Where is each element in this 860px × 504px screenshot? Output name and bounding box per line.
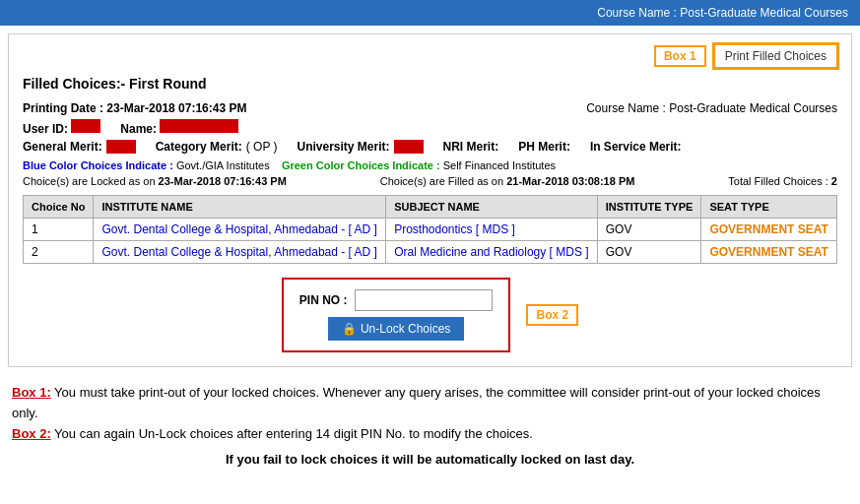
university-merit-label: University Merit: xyxy=(298,140,390,154)
pin-section: PIN NO : 🔒 Un-Lock Choices Box 2 xyxy=(23,278,837,352)
locked-filled-row: Choice(s) are Locked as on 23-Mar-2018 0… xyxy=(23,175,837,187)
col-choice-no: Choice No xyxy=(24,196,94,219)
total-choices-info: Total Filled Choices : 2 xyxy=(728,175,837,187)
university-merit: University Merit: xyxy=(298,140,424,154)
pin-input[interactable] xyxy=(355,289,493,311)
pin-group: PIN NO : 🔒 Un-Lock Choices xyxy=(282,278,511,352)
user-id-row: User ID: xyxy=(23,119,100,136)
cell-seat-type: GOVERNMENT SEAT xyxy=(701,241,837,264)
university-merit-value xyxy=(394,140,424,154)
lock-icon: 🔒 xyxy=(342,322,357,336)
course-name-info: Course Name : Post-Graduate Medical Cour… xyxy=(586,101,837,115)
name-row: Name: xyxy=(120,119,238,136)
green-legend-value: Self Financed Institutes xyxy=(443,159,556,171)
choices-filled-info: Choice(s) are Filled as on 21-Mar-2018 0… xyxy=(380,175,635,187)
main-panel: Box 1 Print Filled Choices Filled Choice… xyxy=(8,33,852,367)
box1-note: Box 1: You must take print-out of your l… xyxy=(12,383,848,424)
cell-subject-name: Prosthodontics [ MDS ] xyxy=(386,219,598,241)
green-legend-label: Green Color Choices Indicate : xyxy=(282,159,440,171)
choices-locked-label: Choice(s) are Locked as on xyxy=(23,175,156,187)
box2-label: Box 2 xyxy=(526,304,578,326)
cell-institute-name: Govt. Dental College & Hospital, Ahmedab… xyxy=(94,219,386,241)
category-merit-label: Category Merit: xyxy=(156,140,242,154)
cell-institute-type: GOV xyxy=(597,241,701,264)
course-name-topbar: Course Name : Post-Graduate Medical Cour… xyxy=(597,6,848,20)
box1-text: You must take print-out of your locked c… xyxy=(12,385,821,420)
nri-merit-label: NRI Merit: xyxy=(443,140,499,154)
category-merit-value: ( OP ) xyxy=(246,140,278,154)
box1-ref: Box 1: xyxy=(12,385,51,400)
general-merit: General Merit: xyxy=(23,140,136,154)
choices-table: Choice No INSTITUTE NAME SUBJECT NAME IN… xyxy=(23,195,837,264)
table-header-row: Choice No INSTITUTE NAME SUBJECT NAME IN… xyxy=(24,196,837,219)
notes-section: Box 1: You must take print-out of your l… xyxy=(0,375,860,478)
total-value: 2 xyxy=(831,175,837,187)
pin-top-row: PIN NO : xyxy=(299,289,494,311)
choices-locked-date: 23-Mar-2018 07:16:43 PM xyxy=(159,175,287,187)
choices-locked-info: Choice(s) are Locked as on 23-Mar-2018 0… xyxy=(23,175,287,187)
section-title: Filled Choices:- First Round xyxy=(23,76,837,92)
cell-institute-name: Govt. Dental College & Hospital, Ahmedab… xyxy=(94,241,386,264)
legend-row: Blue Color Choices Indicate : Govt./GIA … xyxy=(23,159,837,171)
box2-text: You can again Un-Lock choices after ente… xyxy=(51,426,533,441)
blue-legend-value: Govt./GIA Institutes xyxy=(176,159,270,171)
cell-seat-type: GOVERNMENT SEAT xyxy=(701,219,837,241)
table-row: 1 Govt. Dental College & Hospital, Ahmed… xyxy=(24,219,837,241)
printing-date-value: 23-Mar-2018 07:16:43 PM xyxy=(106,101,246,115)
col-subject-name: SUBJECT NAME xyxy=(386,196,598,219)
cell-subject-name: Oral Medicine and Radiology [ MDS ] xyxy=(386,241,598,264)
name-label: Name: xyxy=(120,122,157,136)
col-seat-type: SEAT TYPE xyxy=(701,196,837,219)
top-bar: Course Name : Post-Graduate Medical Cour… xyxy=(0,0,860,26)
nri-merit: NRI Merit: xyxy=(443,140,499,154)
warning-text: If you fail to lock choices it will be a… xyxy=(12,450,848,471)
ph-merit: PH Merit: xyxy=(518,140,570,154)
cell-institute-type: GOV xyxy=(597,219,701,241)
header-row: Box 1 Print Filled Choices xyxy=(23,44,837,68)
user-id-value xyxy=(71,119,100,133)
user-id-label: User ID: xyxy=(23,122,68,136)
col-institute-name: INSTITUTE NAME xyxy=(94,196,386,219)
in-service-merit-label: In Service Merit: xyxy=(590,140,682,154)
print-filled-choices-button[interactable]: Print Filled Choices xyxy=(714,44,837,68)
course-name-value: Post-Graduate Medical Courses xyxy=(669,101,837,115)
name-value xyxy=(160,119,238,133)
box1-label: Box 1 xyxy=(654,45,706,67)
printing-date-label: Printing Date : xyxy=(23,101,103,115)
course-name-label: Course Name : xyxy=(586,101,666,115)
cell-choice-no: 1 xyxy=(24,219,94,241)
total-label: Total Filled Choices : xyxy=(728,175,828,187)
printing-date-row: Printing Date : 23-Mar-2018 07:16:43 PM xyxy=(23,101,246,115)
ph-merit-label: PH Merit: xyxy=(518,140,570,154)
unlock-choices-button[interactable]: 🔒 Un-Lock Choices xyxy=(328,317,464,341)
unlock-btn-label: Un-Lock Choices xyxy=(361,322,450,336)
general-merit-label: General Merit: xyxy=(23,140,102,154)
blue-legend-label: Blue Color Choices Indicate : xyxy=(23,159,173,171)
category-merit: Category Merit: ( OP ) xyxy=(156,140,278,154)
merit-row: General Merit: Category Merit: ( OP ) Un… xyxy=(23,140,837,154)
choices-filled-label: Choice(s) are Filled as on xyxy=(380,175,503,187)
box2-note: Box 2: You can again Un-Lock choices aft… xyxy=(12,424,848,445)
in-service-merit: In Service Merit: xyxy=(590,140,682,154)
general-merit-value xyxy=(106,140,136,154)
col-institute-type: INSTITUTE TYPE xyxy=(597,196,701,219)
pin-no-label: PIN NO : xyxy=(299,293,348,307)
table-row: 2 Govt. Dental College & Hospital, Ahmed… xyxy=(24,241,837,264)
box2-ref: Box 2: xyxy=(12,426,51,441)
choices-filled-date: 21-Mar-2018 03:08:18 PM xyxy=(506,175,634,187)
cell-choice-no: 2 xyxy=(24,241,94,264)
